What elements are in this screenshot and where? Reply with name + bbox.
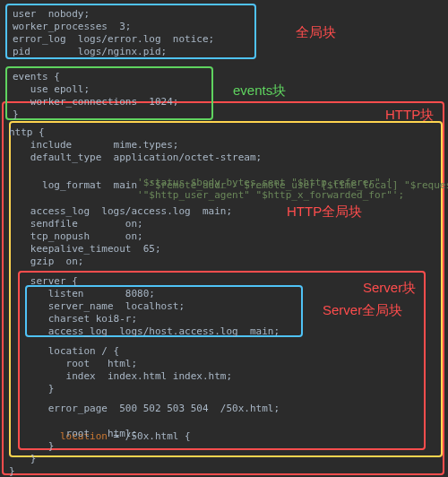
label-global: 全局块 — [296, 22, 336, 43]
code-line: } — [9, 464, 15, 477]
code-line: worker_connections 1024; — [13, 95, 178, 110]
label-server: Server块 — [363, 278, 416, 299]
code-line: '"$http_user_agent" "$http_x_forwarded_f… — [13, 188, 404, 204]
label-server-global: Server全局块 — [323, 300, 402, 321]
code-line: } — [13, 452, 37, 467]
label-http-global: HTTP全局块 — [287, 202, 362, 222]
code-line: } — [13, 382, 54, 397]
code-line: gzip on; — [13, 255, 83, 270]
code-line: } — [13, 108, 19, 123]
code-line: access_log logs/host.access.log main; — [13, 325, 280, 340]
label-http: HTTP块 — [385, 105, 434, 126]
code-line: pid logs/nginx.pid; — [13, 45, 167, 60]
label-events: events块 — [233, 81, 286, 101]
